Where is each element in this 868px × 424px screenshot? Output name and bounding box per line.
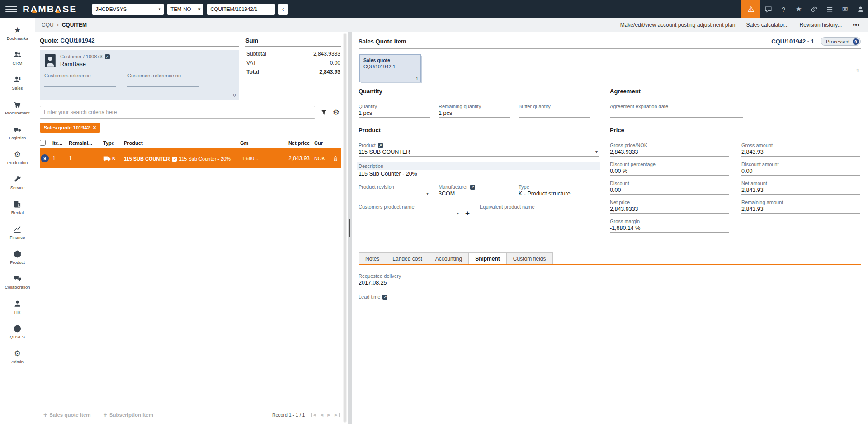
col-header-type[interactable]: Type bbox=[103, 140, 124, 146]
col-header-net-price[interactable]: Net price bbox=[270, 140, 310, 146]
external-link-icon[interactable]: ↗ bbox=[378, 143, 383, 148]
tab-notes[interactable]: Notes bbox=[359, 252, 386, 264]
buffer-quantity-field[interactable] bbox=[519, 109, 590, 118]
product-select[interactable]: 115 SUB COUNTER ▾ bbox=[359, 148, 599, 157]
col-header-item[interactable]: Ite... bbox=[52, 140, 69, 146]
customer-link[interactable]: Customer / 100873↗ bbox=[60, 54, 110, 59]
filter-icon[interactable] bbox=[321, 109, 327, 116]
collapse-chevron-icon[interactable]: » bbox=[231, 94, 238, 97]
gross-margin-field[interactable]: -1,680.14 % bbox=[610, 224, 729, 233]
product-revision-select[interactable]: ▾ bbox=[359, 190, 430, 198]
remove-filter-icon[interactable]: × bbox=[93, 124, 96, 131]
chevron-down-icon[interactable]: ▾ bbox=[595, 149, 598, 154]
back-button[interactable]: ‹ bbox=[278, 4, 288, 15]
status-badge[interactable]: Processed 9 bbox=[821, 37, 861, 46]
next-page-icon[interactable]: ▶ bbox=[327, 413, 330, 417]
manufacturer-field[interactable]: 3COM bbox=[439, 190, 510, 198]
col-header-gm[interactable]: Gm bbox=[240, 140, 270, 146]
menu-icon[interactable] bbox=[5, 3, 17, 15]
add-subscription-item-button[interactable]: + Subscription item bbox=[104, 411, 153, 419]
sidebar-item-rental[interactable]: Rental bbox=[0, 195, 35, 220]
task-list-icon[interactable] bbox=[822, 0, 837, 18]
net-price-field[interactable]: 2,843.9333 bbox=[610, 205, 729, 214]
add-customers-product-name-button[interactable]: + bbox=[465, 210, 470, 217]
settings-gear-icon[interactable]: ⚙ bbox=[333, 109, 340, 116]
lead-time-field[interactable] bbox=[359, 300, 517, 308]
tab-shipment[interactable]: Shipment bbox=[468, 252, 507, 264]
left-panel-scrollbar[interactable] bbox=[343, 33, 347, 423]
last-page-icon[interactable]: ▶ bbox=[335, 413, 340, 417]
customers-reference-input[interactable] bbox=[44, 78, 116, 87]
user-icon[interactable] bbox=[853, 0, 868, 18]
quantity-field[interactable]: 1 pcs bbox=[359, 109, 430, 118]
mail-icon[interactable]: ✉ bbox=[837, 0, 853, 18]
breadcrumb-parent[interactable]: CQU bbox=[42, 22, 54, 28]
discount-field[interactable]: 0.00 bbox=[610, 186, 729, 195]
previous-page-icon[interactable]: ◀ bbox=[320, 413, 323, 417]
first-page-icon[interactable]: ◀ bbox=[311, 413, 316, 417]
action-account-posting-plan[interactable]: Make/edit/view account posting adjustmen… bbox=[620, 22, 736, 28]
chevron-down-icon[interactable]: ▾ bbox=[457, 211, 459, 216]
delete-row-icon[interactable] bbox=[330, 155, 341, 162]
gross-amount-field[interactable]: 2,843.93 bbox=[741, 148, 860, 157]
panel-splitter[interactable] bbox=[348, 32, 352, 424]
sidebar-item-crm[interactable]: CRM bbox=[0, 46, 35, 71]
table-row[interactable]: 9 1 1 K 115 SUB COUNTER↗ 115 Sub Counter… bbox=[40, 148, 341, 168]
external-link-icon[interactable]: ↗ bbox=[105, 54, 110, 59]
company-select[interactable]: TEM-NO ▾ bbox=[167, 4, 203, 15]
remaining-amount-field[interactable]: 2,843.93 bbox=[741, 205, 860, 214]
description-field[interactable]: 115 Sub Counter - 20% bbox=[359, 170, 599, 178]
remaining-quantity-field[interactable]: 1 pcs bbox=[439, 109, 510, 118]
add-sales-quote-item-button[interactable]: + Sales quote item bbox=[43, 411, 91, 419]
favorites-icon[interactable]: ★ bbox=[791, 0, 807, 18]
sidebar-item-hr[interactable]: HR bbox=[0, 295, 35, 319]
command-input[interactable] bbox=[207, 4, 275, 15]
sidebar-item-admin[interactable]: ⚙ Admin bbox=[0, 344, 35, 369]
discount-amount-field[interactable]: 0.00 bbox=[741, 167, 860, 176]
product-type-field[interactable]: K - Product structure bbox=[519, 190, 590, 198]
alerts-button[interactable]: ⚠ bbox=[741, 0, 760, 18]
filter-chip[interactable]: Sales quote 101942 × bbox=[40, 123, 100, 133]
chevron-down-icon[interactable]: ▾ bbox=[426, 191, 429, 196]
select-all-checkbox[interactable] bbox=[40, 140, 46, 146]
quote-link[interactable]: CQU/101942 bbox=[61, 37, 95, 44]
sidebar-item-logistics[interactable]: Logistics bbox=[0, 120, 35, 145]
collapse-chevron-icon[interactable]: » bbox=[855, 69, 862, 72]
feedback-icon[interactable] bbox=[760, 0, 776, 18]
customers-product-name-select[interactable]: ▾ bbox=[359, 210, 460, 218]
discount-percentage-field[interactable]: 0.00 % bbox=[610, 167, 729, 176]
sidebar-item-production[interactable]: ⚙ Production bbox=[0, 145, 35, 170]
customers-reference-no-input[interactable] bbox=[127, 78, 199, 87]
search-input[interactable] bbox=[40, 106, 315, 119]
agreement-expiration-date-field[interactable] bbox=[610, 109, 743, 118]
tab-accounting[interactable]: Accounting bbox=[429, 252, 469, 264]
sidebar-item-qhses[interactable]: QHSES bbox=[0, 319, 35, 344]
sidebar-item-finance[interactable]: Finance bbox=[0, 220, 35, 245]
col-header-product[interactable]: Product bbox=[124, 140, 240, 146]
gross-price-field[interactable]: 2,843.9333 bbox=[610, 148, 729, 157]
col-header-remaining[interactable]: Remaini... bbox=[69, 140, 103, 146]
action-revision-history[interactable]: Revision history... bbox=[800, 22, 842, 28]
sidebar-item-collaboration[interactable]: Collaboration bbox=[0, 270, 35, 295]
net-amount-field[interactable]: 2,843.93 bbox=[741, 186, 860, 195]
external-link-icon[interactable]: ↗ bbox=[382, 295, 387, 300]
external-link-icon[interactable]: ↗ bbox=[172, 157, 177, 162]
more-options-icon[interactable]: ••• bbox=[853, 22, 860, 28]
attachment-icon[interactable] bbox=[807, 0, 822, 18]
rambase-logo[interactable]: RAMBASE bbox=[23, 4, 77, 14]
sidebar-item-bookmarks[interactable]: ★ Bookmarks bbox=[0, 21, 35, 46]
col-header-currency[interactable]: Cur bbox=[310, 140, 330, 146]
sidebar-item-sales[interactable]: $ Sales bbox=[0, 71, 35, 95]
requested-delivery-field[interactable]: 2017.08.25 bbox=[359, 279, 517, 287]
sidebar-item-service[interactable]: Service bbox=[0, 170, 35, 195]
tab-landed-cost[interactable]: Landed cost bbox=[386, 252, 429, 264]
system-select[interactable]: JHCDEVSYS ▾ bbox=[92, 4, 164, 15]
equivalent-product-name-field[interactable] bbox=[480, 210, 599, 218]
action-sales-calculator[interactable]: Sales calculator... bbox=[746, 22, 789, 28]
sidebar-item-procurement[interactable]: Procurement bbox=[0, 95, 35, 120]
sidebar-item-product[interactable]: Product bbox=[0, 245, 35, 270]
sales-quote-card[interactable]: Sales quote CQU/101942-1 1 bbox=[359, 54, 421, 82]
external-link-icon[interactable]: ↗ bbox=[470, 185, 475, 190]
help-icon[interactable]: ? bbox=[776, 0, 791, 18]
tab-custom-fields[interactable]: Custom fields bbox=[506, 252, 553, 264]
